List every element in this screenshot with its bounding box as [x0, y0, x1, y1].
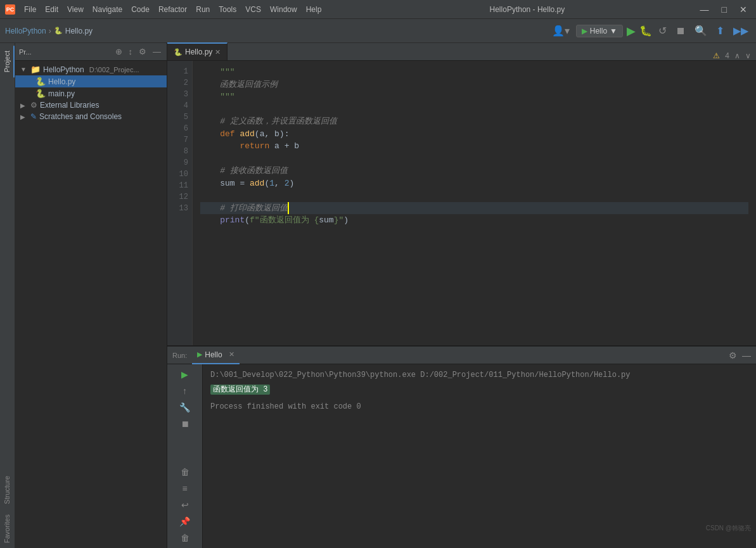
menu-refactor[interactable]: Refactor: [155, 4, 191, 15]
window-title: HelloPython - Hello.py: [358, 5, 696, 14]
run-config-arrow: ▼: [610, 27, 617, 35]
side-tabs: Project Structure Favorites: [0, 43, 15, 548]
hide-button[interactable]: —: [151, 46, 163, 57]
debug-button[interactable]: 🐛: [639, 25, 652, 37]
libs-icon: ⚙: [30, 101, 37, 110]
close-button[interactable]: ✕: [736, 3, 751, 16]
toolbar: HelloPython › 🐍 Hello.py 👤▾ ▶ Hello ▼ ▶ …: [0, 19, 756, 43]
expand-button[interactable]: ↕: [127, 46, 135, 57]
coverage-button[interactable]: ↺: [656, 23, 669, 38]
editor-tab-hello[interactable]: 🐍 Hello.py ✕: [167, 42, 227, 60]
maximize-button[interactable]: □: [718, 3, 731, 16]
toolbar-right: 👤▾ ▶ Hello ▼ ▶ 🐛 ↺ ⏹ 🔍 ⬆ ▶▶: [549, 23, 751, 38]
run-output: D:\001_Develop\022_Python\Python39\pytho…: [203, 364, 756, 548]
search-button[interactable]: 🔍: [692, 23, 710, 38]
menu-window[interactable]: Window: [266, 4, 301, 15]
stop-button[interactable]: ⏹: [673, 24, 688, 38]
gear-button[interactable]: ⚙: [137, 46, 148, 57]
menu-file[interactable]: File: [20, 4, 40, 15]
run-list-button[interactable]: ≡: [167, 481, 202, 496]
py-file-icon-main: 🐍: [35, 89, 46, 98]
run-settings-button[interactable]: ⚙: [729, 350, 737, 360]
tree-file-hello: Hello.py: [48, 77, 75, 86]
run-tab[interactable]: ▶ Hello ✕: [192, 347, 239, 364]
run-label: Run:: [172, 352, 187, 359]
window-controls: — □ ✕: [696, 3, 751, 16]
next-button[interactable]: ▶▶: [731, 23, 751, 38]
run-tab-label: Hello: [205, 350, 222, 359]
sidebar-item-project[interactable]: Project: [1, 46, 15, 77]
code-line-2: 函数返回值示例: [200, 79, 748, 91]
tab-bar: 🐍 Hello.py ✕ ⚠ 4 ∧ ∨: [167, 43, 756, 61]
tree-external-libs[interactable]: ▶ ⚙ External Libraries: [15, 99, 167, 111]
tree-scratches[interactable]: ▶ ✎ Scratches and Consoles: [15, 111, 167, 122]
menu-help[interactable]: Help: [302, 4, 326, 15]
tree-root-label: HelloPython: [43, 65, 84, 74]
sidebar-item-favorites[interactable]: Favorites: [1, 509, 15, 548]
project-title: Pr...: [19, 48, 111, 56]
run-trash-button[interactable]: 🗑: [167, 530, 202, 545]
code-editor[interactable]: 12345 678910 111213 """ 函数返回值示例 """ # 定义…: [167, 61, 756, 345]
run-settings-btn[interactable]: 🔧: [167, 400, 202, 415]
run-up-button[interactable]: ↑: [167, 383, 202, 398]
editor-area: 🐍 Hello.py ✕ ⚠ 4 ∧ ∨ 12345 678910 111213: [167, 43, 756, 548]
breadcrumb: HelloPython › 🐍 Hello.py: [5, 27, 547, 35]
menu-edit[interactable]: Edit: [41, 4, 62, 15]
code-line-9: # 接收函数返回值: [200, 165, 748, 177]
line-numbers: 12345 678910 111213: [167, 61, 193, 345]
code-line-6: def add(a, b):: [200, 128, 748, 141]
run-config-label: Hello: [590, 27, 607, 35]
collapse-icon[interactable]: ∧: [734, 51, 740, 60]
menu-vcs[interactable]: VCS: [241, 4, 265, 15]
tree-external-label: External Libraries: [40, 101, 99, 110]
breadcrumb-project[interactable]: HelloPython: [5, 27, 46, 35]
run-clear-button[interactable]: 🗑: [167, 464, 202, 480]
run-wrap-button[interactable]: ↩: [167, 497, 202, 513]
user-button[interactable]: 👤▾: [549, 23, 572, 38]
run-tab-icon: ▶: [197, 350, 202, 359]
run-config[interactable]: ▶ Hello ▼: [576, 25, 623, 37]
code-line-4: [200, 103, 748, 116]
locate-button[interactable]: ⊕: [113, 46, 124, 57]
warning-icon: ⚠: [713, 51, 720, 60]
code-content[interactable]: """ 函数返回值示例 """ # 定义函数，并设置函数返回值 def add(…: [193, 61, 756, 345]
warning-count: 4: [725, 51, 729, 60]
tree-root-path: D:\002_Projec...: [89, 66, 139, 73]
run-minimize-button[interactable]: —: [742, 350, 751, 360]
sidebar-item-structure[interactable]: Structure: [1, 471, 15, 509]
folder-icon: 📁: [30, 65, 41, 74]
minimize-button[interactable]: —: [696, 3, 713, 16]
run-output-text: 函数返回值为 3: [210, 385, 270, 395]
run-stop-button[interactable]: ⏹: [167, 416, 202, 431]
breadcrumb-sep: ›: [49, 27, 51, 35]
menu-bar: File Edit View Navigate Code Refactor Ru…: [20, 4, 358, 15]
expand-icon: ▼: [20, 66, 28, 73]
menu-view[interactable]: View: [63, 4, 87, 15]
tab-file-icon: 🐍: [174, 48, 183, 56]
menu-run[interactable]: Run: [192, 4, 214, 15]
tree-item-hello[interactable]: 🐍 Hello.py: [15, 75, 167, 87]
expand-all-icon[interactable]: ∨: [745, 51, 751, 60]
run-play-button[interactable]: ▶: [167, 367, 202, 382]
app-logo: PC: [5, 4, 15, 15]
code-line-1: """: [200, 66, 748, 79]
code-line-3: """: [200, 91, 748, 103]
update-button[interactable]: ⬆: [714, 23, 727, 38]
run-result-line: 函数返回值为 3: [210, 384, 748, 396]
run-panel: Run: ▶ Hello ✕ ⚙ — ▶ ↑ 🔧 ⏹ 🗑: [167, 345, 756, 548]
menu-tools[interactable]: Tools: [215, 4, 240, 15]
run-body: ▶ ↑ 🔧 ⏹ 🗑 ≡ ↩ 📌 🗑 D:\001_Develop\022_Pyt…: [167, 364, 756, 548]
run-pin-button[interactable]: 📌: [167, 514, 202, 529]
tree-root[interactable]: ▼ 📁 HelloPython D:\002_Projec...: [15, 63, 167, 75]
run-tab-close[interactable]: ✕: [229, 350, 234, 359]
run-button[interactable]: ▶: [627, 24, 636, 38]
project-tree: ▼ 📁 HelloPython D:\002_Projec... 🐍 Hello…: [15, 61, 167, 548]
breadcrumb-file[interactable]: Hello.py: [65, 27, 93, 35]
code-line-12: # 打印函数返回值: [200, 202, 748, 215]
menu-code[interactable]: Code: [127, 4, 153, 15]
py-file-icon: 🐍: [35, 77, 46, 86]
tab-close-button[interactable]: ✕: [215, 48, 221, 56]
menu-navigate[interactable]: Navigate: [89, 4, 126, 15]
tree-item-main[interactable]: 🐍 main.py: [15, 87, 167, 99]
scratch-icon: ✎: [30, 112, 37, 121]
